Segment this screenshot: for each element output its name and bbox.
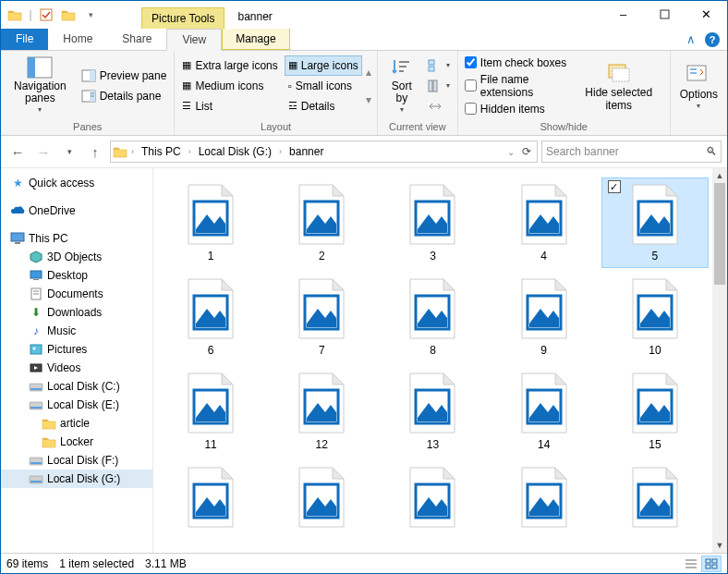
file-item[interactable] [157, 460, 264, 534]
minimize-button[interactable]: – [602, 1, 644, 28]
add-columns-button[interactable]: ▾ [424, 76, 454, 96]
help-icon[interactable]: ? [705, 32, 720, 47]
large-icons-button[interactable]: ▦ Large icons [285, 55, 362, 76]
layout-group-label: Layout [175, 120, 376, 135]
layout-expand-icon[interactable]: ▾ [366, 93, 371, 106]
tree-desktop[interactable]: Desktop [1, 266, 152, 285]
crumb-sep-icon[interactable]: › [277, 147, 284, 156]
scroll-down-icon[interactable]: ▼ [712, 538, 727, 553]
collapse-ribbon-icon[interactable]: ∧ [686, 32, 696, 46]
file-item[interactable]: ✓ 10 [601, 272, 709, 362]
file-label: 1 [208, 250, 214, 263]
refresh-button[interactable]: ⟳ [518, 145, 535, 158]
tab-manage[interactable]: Manage [222, 29, 289, 50]
large-icons-view-button[interactable] [701, 556, 722, 572]
qat-new-folder-icon[interactable] [58, 5, 79, 25]
details-view-button[interactable] [681, 556, 701, 572]
sort-by-button[interactable]: Sort by ▾ [382, 55, 422, 116]
layout-up-icon[interactable]: ▴ [366, 66, 371, 79]
list-button[interactable]: ☰ List [178, 96, 281, 116]
file-item[interactable] [379, 460, 486, 534]
file-item[interactable]: ✓ 15 [601, 366, 709, 457]
tree-local-disk-f[interactable]: Local Disk (F:) [1, 451, 152, 470]
tree-article[interactable]: article [1, 414, 152, 433]
tree-pictures[interactable]: Pictures [1, 340, 152, 359]
tab-share[interactable]: Share [107, 29, 166, 50]
details-pane-button[interactable]: Details pane [78, 86, 171, 106]
address-bar[interactable]: › This PC › Local Disk (G:) › banner ⌄ ⟳ [110, 140, 538, 163]
recent-dropdown[interactable]: ▾ [58, 140, 80, 163]
extra-large-icons-button[interactable]: ▦ Extra large icons [178, 55, 281, 76]
size-columns-button[interactable] [424, 96, 454, 116]
file-item[interactable]: ✓ 2 [268, 177, 375, 268]
tree-this-pc[interactable]: This PC [1, 229, 152, 248]
crumb-sep-icon[interactable]: › [187, 147, 193, 156]
up-button[interactable]: ↑ [84, 140, 106, 163]
hide-selected-button[interactable]: Hide selected items [572, 55, 666, 116]
tree-local-disk-c[interactable]: Local Disk (C:) [1, 377, 152, 396]
qat-dropdown-icon[interactable]: ▾ [80, 5, 101, 25]
file-item[interactable]: ✓ 5 [601, 177, 709, 268]
file-item[interactable]: ✓ 13 [379, 366, 486, 457]
file-item[interactable]: ✓ 4 [491, 177, 598, 268]
tree-quick-access[interactable]: ★Quick access [1, 174, 152, 192]
crumb-local-disk-g[interactable]: Local Disk (G:) [195, 141, 275, 162]
hidden-items-checkbox[interactable]: Hidden items [462, 101, 570, 117]
tree-documents[interactable]: Documents [1, 285, 152, 303]
file-item[interactable] [601, 460, 709, 534]
scroll-up-icon[interactable]: ▲ [712, 168, 727, 183]
tree-label: 3D Objects [47, 250, 102, 263]
file-item[interactable]: ✓ 9 [491, 272, 598, 362]
vertical-scrollbar[interactable]: ▲ ▼ [712, 168, 727, 553]
close-button[interactable]: ✕ [686, 1, 727, 28]
tree-videos[interactable]: Videos [1, 359, 152, 377]
file-item[interactable]: ✓ 7 [268, 272, 375, 362]
file-item[interactable]: ✓ 12 [268, 366, 375, 457]
preview-pane-button[interactable]: Preview pane [78, 66, 171, 86]
medium-icons-button[interactable]: ▦ Medium icons [178, 76, 281, 96]
file-checkbox[interactable]: ✓ [608, 180, 621, 193]
item-check-boxes-checkbox[interactable]: Item check boxes [462, 55, 570, 71]
file-item[interactable] [268, 460, 375, 534]
file-item[interactable]: ✓ 3 [379, 177, 486, 268]
tree-3d-objects[interactable]: 3D Objects [1, 248, 152, 266]
crumb-sep-icon[interactable]: › [129, 147, 136, 156]
tab-file[interactable]: File [1, 29, 48, 50]
tree-local-disk-g[interactable]: Local Disk (G:) [1, 470, 152, 488]
file-item[interactable]: ✓ 14 [491, 366, 598, 457]
options-button[interactable]: Options ▾ [674, 55, 723, 116]
tab-view[interactable]: View [166, 29, 222, 51]
tree-downloads[interactable]: ⬇Downloads [1, 303, 152, 322]
qat-folder-icon[interactable] [5, 5, 25, 25]
file-grid[interactable]: ✓ 1 ✓ 2 ✓ 3 ✓ 4 ✓ 5 ✓ 6 ✓ 7 ✓ 8 ✓ 9 ✓ 10… [153, 168, 712, 553]
tab-home[interactable]: Home [48, 29, 107, 50]
tree-local-disk-e[interactable]: Local Disk (E:) [1, 396, 152, 414]
navigation-pane-button[interactable]: Navigation panes ▾ [5, 55, 76, 116]
back-button[interactable]: ← [6, 140, 29, 163]
forward-button[interactable]: → [32, 140, 55, 163]
file-item[interactable]: ✓ 11 [157, 366, 264, 457]
crumb-this-pc[interactable]: This PC [138, 141, 185, 162]
tree-music[interactable]: ♪Music [1, 322, 152, 340]
details-button[interactable]: ☲ Details [285, 96, 362, 116]
tree-onedrive[interactable]: OneDrive [1, 202, 152, 220]
file-extensions-label: File name extensions [480, 73, 567, 99]
file-item[interactable]: ✓ 1 [157, 177, 264, 268]
qat-properties-icon[interactable] [36, 5, 56, 25]
file-item[interactable] [491, 460, 598, 534]
file-item[interactable]: ✓ 6 [157, 272, 264, 362]
maximize-button[interactable] [644, 1, 686, 28]
svg-rect-4 [661, 10, 669, 18]
address-dropdown-icon[interactable]: ⌄ [505, 147, 516, 157]
search-box[interactable]: Search banner 🔍︎ [541, 140, 722, 163]
tree-locker[interactable]: Locker [1, 433, 152, 451]
navigation-pane[interactable]: ★Quick access OneDrive This PC 3D Object… [1, 168, 153, 553]
small-icons-button[interactable]: ▫ Small icons [285, 76, 362, 96]
file-extensions-checkbox[interactable]: File name extensions [462, 71, 570, 101]
svg-rect-8 [90, 70, 95, 81]
file-item[interactable]: ✓ 8 [379, 272, 486, 362]
crumb-banner[interactable]: banner [285, 141, 327, 162]
scroll-thumb[interactable] [714, 183, 725, 285]
svg-rect-18 [429, 80, 432, 92]
group-by-button[interactable]: ▾ [424, 55, 454, 76]
